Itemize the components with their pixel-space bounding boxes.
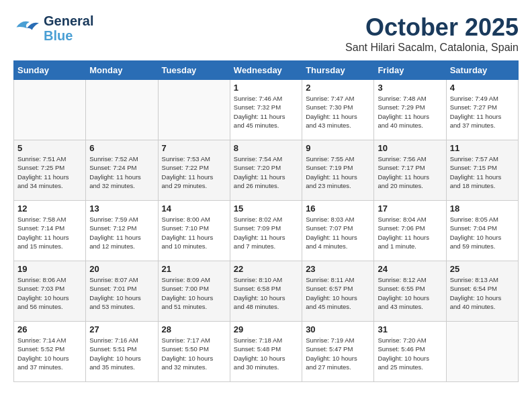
day-number: 6 (89, 143, 154, 153)
day-info: Sunrise: 7:16 AM Sunset: 5:51 PM Dayligh… (89, 336, 154, 371)
calendar-cell: 29Sunrise: 7:18 AM Sunset: 5:48 PM Dayli… (230, 322, 302, 382)
calendar-cell: 9Sunrise: 7:55 AM Sunset: 7:19 PM Daylig… (302, 140, 374, 201)
logo-general: General (44, 13, 93, 28)
calendar-week-row: 12Sunrise: 7:58 AM Sunset: 7:14 PM Dayli… (14, 201, 519, 261)
day-number: 20 (89, 264, 154, 274)
day-number: 1 (234, 83, 298, 93)
title-section: October 2025 Sant Hilari Sacalm, Catalon… (345, 13, 519, 54)
day-info: Sunrise: 8:07 AM Sunset: 7:01 PM Dayligh… (89, 275, 154, 311)
page-header: General Blue October 2025 Sant Hilari Sa… (13, 13, 519, 54)
logo-blue: Blue (44, 28, 73, 43)
header-friday: Friday (374, 61, 446, 80)
day-number: 4 (450, 83, 515, 93)
day-info: Sunrise: 7:58 AM Sunset: 7:14 PM Dayligh… (17, 215, 82, 250)
day-info: Sunrise: 7:51 AM Sunset: 7:25 PM Dayligh… (17, 154, 82, 190)
day-number: 23 (306, 264, 370, 274)
header-tuesday: Tuesday (158, 61, 230, 80)
day-number: 3 (378, 83, 442, 93)
day-number: 21 (162, 264, 226, 274)
day-number: 10 (378, 143, 442, 153)
header-monday: Monday (86, 61, 158, 80)
calendar-cell: 16Sunrise: 8:03 AM Sunset: 7:07 PM Dayli… (302, 201, 374, 261)
day-info: Sunrise: 7:49 AM Sunset: 7:27 PM Dayligh… (450, 94, 515, 130)
day-info: Sunrise: 8:00 AM Sunset: 7:10 PM Dayligh… (162, 215, 226, 250)
day-number: 8 (234, 143, 298, 153)
calendar-cell: 30Sunrise: 7:19 AM Sunset: 5:47 PM Dayli… (302, 322, 374, 382)
calendar-cell: 3Sunrise: 7:48 AM Sunset: 7:29 PM Daylig… (374, 80, 446, 140)
calendar-cell: 10Sunrise: 7:56 AM Sunset: 7:17 PM Dayli… (374, 140, 446, 201)
day-info: Sunrise: 7:56 AM Sunset: 7:17 PM Dayligh… (378, 154, 442, 190)
calendar-cell: 23Sunrise: 8:11 AM Sunset: 6:57 PM Dayli… (302, 261, 374, 322)
calendar-cell: 6Sunrise: 7:52 AM Sunset: 7:24 PM Daylig… (86, 140, 158, 201)
calendar-cell (86, 80, 158, 140)
header-saturday: Saturday (446, 61, 518, 80)
calendar-cell: 11Sunrise: 7:57 AM Sunset: 7:15 PM Dayli… (446, 140, 518, 201)
calendar-cell: 17Sunrise: 8:04 AM Sunset: 7:06 PM Dayli… (374, 201, 446, 261)
logo-text-group: General Blue (44, 13, 93, 43)
day-number: 16 (306, 203, 370, 214)
calendar-cell: 28Sunrise: 7:17 AM Sunset: 5:50 PM Dayli… (158, 322, 230, 382)
day-number: 2 (306, 83, 370, 93)
calendar-cell: 8Sunrise: 7:54 AM Sunset: 7:20 PM Daylig… (230, 140, 302, 201)
day-info: Sunrise: 8:09 AM Sunset: 7:00 PM Dayligh… (162, 275, 226, 311)
calendar-header-row: SundayMondayTuesdayWednesdayThursdayFrid… (14, 61, 519, 80)
day-number: 28 (162, 324, 226, 334)
day-info: Sunrise: 7:57 AM Sunset: 7:15 PM Dayligh… (450, 154, 515, 190)
day-info: Sunrise: 7:48 AM Sunset: 7:29 PM Dayligh… (378, 94, 442, 130)
day-info: Sunrise: 8:13 AM Sunset: 6:54 PM Dayligh… (450, 275, 515, 311)
calendar-cell: 25Sunrise: 8:13 AM Sunset: 6:54 PM Dayli… (446, 261, 518, 322)
calendar-week-row: 5Sunrise: 7:51 AM Sunset: 7:25 PM Daylig… (14, 140, 519, 201)
calendar-cell: 20Sunrise: 8:07 AM Sunset: 7:01 PM Dayli… (86, 261, 158, 322)
day-info: Sunrise: 8:11 AM Sunset: 6:57 PM Dayligh… (306, 275, 370, 311)
day-number: 29 (234, 324, 298, 334)
day-info: Sunrise: 7:53 AM Sunset: 7:22 PM Dayligh… (162, 154, 226, 190)
day-number: 24 (378, 264, 442, 274)
calendar-cell: 21Sunrise: 8:09 AM Sunset: 7:00 PM Dayli… (158, 261, 230, 322)
header-sunday: Sunday (14, 61, 86, 80)
day-number: 27 (89, 324, 154, 334)
day-info: Sunrise: 7:47 AM Sunset: 7:30 PM Dayligh… (306, 94, 370, 130)
day-number: 11 (450, 143, 515, 153)
calendar-cell (446, 322, 518, 382)
day-number: 5 (17, 143, 82, 153)
month-title: October 2025 (345, 13, 519, 42)
calendar-table: SundayMondayTuesdayWednesdayThursdayFrid… (13, 60, 519, 382)
day-number: 22 (234, 264, 298, 274)
calendar-cell: 1Sunrise: 7:46 AM Sunset: 7:32 PM Daylig… (230, 80, 302, 140)
day-number: 13 (89, 203, 154, 214)
calendar-cell: 7Sunrise: 7:53 AM Sunset: 7:22 PM Daylig… (158, 140, 230, 201)
day-info: Sunrise: 7:19 AM Sunset: 5:47 PM Dayligh… (306, 336, 370, 371)
day-info: Sunrise: 7:52 AM Sunset: 7:24 PM Dayligh… (89, 154, 154, 190)
header-thursday: Thursday (302, 61, 374, 80)
day-info: Sunrise: 7:18 AM Sunset: 5:48 PM Dayligh… (234, 336, 298, 371)
calendar-cell: 13Sunrise: 7:59 AM Sunset: 7:12 PM Dayli… (86, 201, 158, 261)
day-info: Sunrise: 8:02 AM Sunset: 7:09 PM Dayligh… (234, 215, 298, 250)
calendar-cell: 19Sunrise: 8:06 AM Sunset: 7:03 PM Dayli… (14, 261, 86, 322)
day-number: 12 (17, 203, 82, 214)
day-info: Sunrise: 7:46 AM Sunset: 7:32 PM Dayligh… (234, 94, 298, 130)
day-number: 18 (450, 203, 515, 214)
day-number: 14 (162, 203, 226, 214)
day-number: 26 (17, 324, 82, 334)
day-number: 31 (378, 324, 442, 334)
calendar-cell: 22Sunrise: 8:10 AM Sunset: 6:58 PM Dayli… (230, 261, 302, 322)
calendar-cell: 12Sunrise: 7:58 AM Sunset: 7:14 PM Dayli… (14, 201, 86, 261)
day-info: Sunrise: 7:59 AM Sunset: 7:12 PM Dayligh… (89, 215, 154, 250)
calendar-cell: 31Sunrise: 7:20 AM Sunset: 5:46 PM Dayli… (374, 322, 446, 382)
day-number: 30 (306, 324, 370, 334)
calendar-week-row: 19Sunrise: 8:06 AM Sunset: 7:03 PM Dayli… (14, 261, 519, 322)
day-number: 7 (162, 143, 226, 153)
calendar-cell: 5Sunrise: 7:51 AM Sunset: 7:25 PM Daylig… (14, 140, 86, 201)
day-info: Sunrise: 7:20 AM Sunset: 5:46 PM Dayligh… (378, 336, 442, 371)
day-info: Sunrise: 8:06 AM Sunset: 7:03 PM Dayligh… (17, 275, 82, 311)
day-info: Sunrise: 8:10 AM Sunset: 6:58 PM Dayligh… (234, 275, 298, 311)
day-number: 25 (450, 264, 515, 274)
day-info: Sunrise: 7:54 AM Sunset: 7:20 PM Dayligh… (234, 154, 298, 190)
calendar-cell: 15Sunrise: 8:02 AM Sunset: 7:09 PM Dayli… (230, 201, 302, 261)
calendar-cell (14, 80, 86, 140)
day-number: 17 (378, 203, 442, 214)
header-wednesday: Wednesday (230, 61, 302, 80)
logo: General Blue (13, 13, 93, 43)
day-number: 9 (306, 143, 370, 153)
day-info: Sunrise: 8:03 AM Sunset: 7:07 PM Dayligh… (306, 215, 370, 250)
